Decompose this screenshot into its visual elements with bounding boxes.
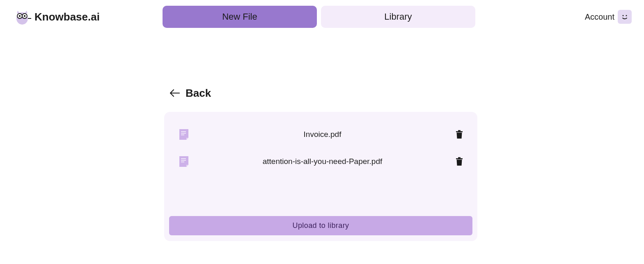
main-content: Back Invoice.pdf	[164, 34, 477, 241]
account-section[interactable]: Account	[585, 10, 632, 24]
file-panel: Invoice.pdf	[164, 112, 477, 241]
svg-rect-11	[456, 131, 463, 132]
file-row: Invoice.pdf	[169, 121, 472, 148]
svg-rect-12	[458, 130, 461, 132]
svg-point-4	[24, 15, 25, 17]
file-row: attention-is-all-you-need-Paper.pdf	[169, 148, 472, 175]
arrow-left-icon	[170, 88, 180, 99]
back-label: Back	[186, 87, 211, 100]
svg-rect-16	[456, 158, 463, 159]
document-icon	[178, 155, 190, 168]
file-name: Invoice.pdf	[195, 130, 450, 139]
trash-icon[interactable]	[455, 130, 463, 139]
tab-new-file[interactable]: New File	[163, 6, 317, 28]
brand-name: Knowbase.ai	[34, 11, 100, 23]
back-button[interactable]: Back	[170, 87, 477, 100]
svg-rect-17	[458, 157, 461, 159]
svg-point-6	[623, 15, 624, 16]
document-icon	[178, 128, 190, 141]
owl-logo-icon	[12, 7, 32, 27]
brand[interactable]: Knowbase.ai	[12, 7, 100, 27]
file-name: attention-is-all-you-need-Paper.pdf	[195, 157, 450, 166]
svg-point-7	[626, 15, 627, 16]
tab-library[interactable]: Library	[321, 6, 475, 28]
trash-icon[interactable]	[455, 157, 463, 166]
svg-point-3	[19, 15, 21, 17]
account-avatar-icon[interactable]	[618, 10, 632, 24]
file-list: Invoice.pdf	[169, 121, 472, 216]
header: Knowbase.ai New File Library Account	[0, 0, 644, 34]
nav-tabs: New File Library	[163, 6, 475, 28]
account-label: Account	[585, 12, 614, 22]
upload-button[interactable]: Upload to library	[169, 216, 472, 235]
